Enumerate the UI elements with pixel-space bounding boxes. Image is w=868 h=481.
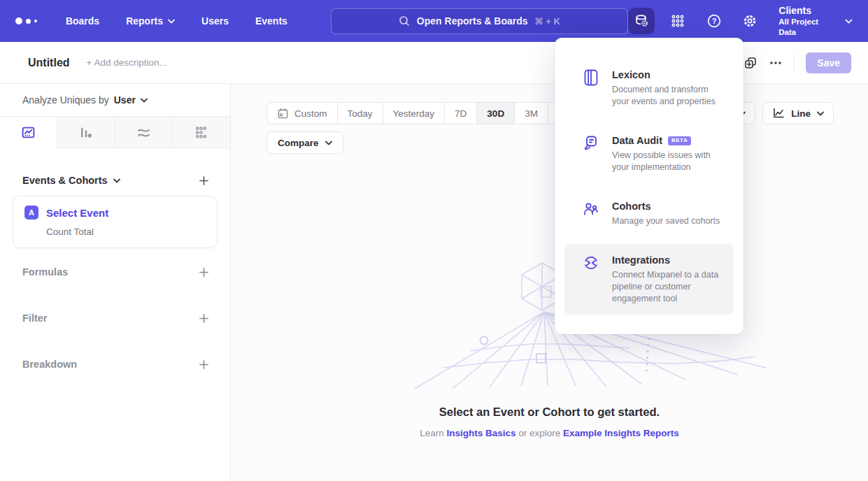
analyze-row: Analyze Uniques by User xyxy=(0,84,230,116)
nav-item-events[interactable]: Events xyxy=(255,15,287,27)
plus-icon xyxy=(199,359,209,370)
report-description-placeholder[interactable]: + Add description... xyxy=(87,57,167,68)
plus-icon xyxy=(199,175,209,186)
search-icon xyxy=(399,15,410,27)
chevron-down-icon xyxy=(325,141,332,145)
save-button[interactable]: Save xyxy=(806,52,851,73)
chevron-down-icon xyxy=(113,178,120,183)
lexicon-icon xyxy=(583,69,599,86)
tab-bar-chart[interactable] xyxy=(57,117,115,148)
compare-dropdown[interactable]: Compare xyxy=(266,131,343,154)
divider xyxy=(794,54,795,72)
integrations-icon xyxy=(583,254,599,271)
settings-button[interactable] xyxy=(737,8,763,34)
more-options-button[interactable] xyxy=(769,56,783,70)
mixpanel-logo-icon[interactable] xyxy=(15,17,48,24)
project-name: Clients xyxy=(778,5,838,17)
help-button[interactable]: ? xyxy=(701,8,727,34)
navbar-actions: ? Clients All Project Data xyxy=(628,5,853,37)
date-range-7d[interactable]: 7D xyxy=(445,103,477,124)
search-placeholder: Open Reports & Boards xyxy=(417,15,528,27)
nav-item-label: Events xyxy=(255,15,287,27)
project-scope: All Project Data xyxy=(778,17,838,37)
line-chart-icon xyxy=(772,107,785,120)
select-event-button[interactable]: Select Event xyxy=(46,207,108,219)
analyze-unit-dropdown[interactable]: User xyxy=(114,94,136,106)
date-range-30d[interactable]: 30D xyxy=(477,103,515,124)
nav-item-label: Boards xyxy=(66,15,99,27)
date-range-label: 30D xyxy=(487,108,504,119)
data-management-menu: Lexicon Document and transform your even… xyxy=(555,38,744,334)
nav-item-reports[interactable]: Reports xyxy=(126,15,175,27)
empty-state-title: Select an Event or Cohort to get started… xyxy=(231,405,868,419)
duplicate-report-button[interactable] xyxy=(744,56,757,70)
menu-item-description: Document and transform your events and p… xyxy=(612,84,725,108)
global-search-input[interactable]: Open Reports & Boards ⌘ + K xyxy=(331,8,628,34)
tab-insights-line[interactable] xyxy=(0,117,57,148)
chevron-down-icon xyxy=(845,19,853,24)
tab-flow-chart[interactable] xyxy=(115,117,173,148)
nav-item-boards[interactable]: Boards xyxy=(66,15,99,27)
events-section-header: Events & Cohorts xyxy=(0,175,230,186)
date-range-label: Today xyxy=(348,108,373,119)
svg-text:?: ? xyxy=(711,17,716,25)
line-chart-tab-icon xyxy=(21,125,36,140)
add-breakdown-button[interactable] xyxy=(199,359,209,370)
menu-item-description: View possible issues with your implement… xyxy=(612,150,725,173)
calendar-icon xyxy=(277,108,289,120)
date-range-label: Yesterday xyxy=(393,108,435,119)
report-header-actions: Save xyxy=(744,52,851,73)
menu-item-lexicon[interactable]: Lexicon Document and transform your even… xyxy=(564,59,734,117)
events-section-toggle[interactable]: Events & Cohorts xyxy=(22,175,120,186)
formulas-label: Formulas xyxy=(22,266,68,278)
insights-basics-link[interactable]: Insights Basics xyxy=(446,428,515,438)
chart-type-dropdown[interactable]: Line xyxy=(762,102,834,124)
date-range-3m[interactable]: 3M xyxy=(515,103,548,124)
ellipsis-icon xyxy=(769,56,783,70)
flow-tab-icon xyxy=(136,125,151,140)
primary-nav: Boards Reports Users Events xyxy=(66,15,287,27)
count-type-dropdown[interactable]: Count Total xyxy=(46,227,206,237)
event-letter-badge: A xyxy=(24,206,38,220)
nav-item-label: Reports xyxy=(126,15,163,27)
report-title[interactable]: Untitled xyxy=(28,57,70,69)
apps-grid-button[interactable] xyxy=(664,8,691,34)
plus-icon xyxy=(199,313,209,324)
tab-metric[interactable] xyxy=(173,117,230,148)
menu-item-description: Connect Mixpanel to a data pipeline or c… xyxy=(612,269,725,305)
date-range-custom[interactable]: Custom xyxy=(267,103,338,124)
formulas-row: Formulas xyxy=(0,266,230,278)
empty-state-subtitle: Learn Insights Basics or explore Example… xyxy=(231,428,868,438)
date-toolbar: Custom Today Yesterday 7D 30D 3M 6M Comp… xyxy=(266,102,582,154)
nav-item-label: Users xyxy=(201,15,229,27)
project-selector[interactable]: Clients All Project Data xyxy=(778,5,853,37)
nav-item-users[interactable]: Users xyxy=(201,15,229,27)
data-management-button[interactable] xyxy=(628,8,655,34)
add-event-button[interactable] xyxy=(199,175,209,186)
menu-item-cohorts[interactable]: Cohorts Manage your saved cohorts xyxy=(564,190,734,237)
chevron-down-icon[interactable] xyxy=(141,98,148,103)
chevron-down-icon xyxy=(817,111,824,116)
date-range-label: 7D xyxy=(455,108,467,119)
date-range-today[interactable]: Today xyxy=(338,103,383,124)
analyze-label: Analyze Uniques by xyxy=(22,94,109,106)
menu-item-integrations[interactable]: Integrations Connect Mixpanel to a data … xyxy=(564,244,734,315)
menu-item-title: Integrations xyxy=(612,254,670,266)
top-navbar: Boards Reports Users Events Open Reports… xyxy=(0,0,868,42)
data-audit-icon xyxy=(583,135,599,152)
help-icon: ? xyxy=(706,13,722,29)
add-formula-button[interactable] xyxy=(199,267,209,278)
date-range-yesterday[interactable]: Yesterday xyxy=(383,103,446,124)
chart-type-label: Line xyxy=(791,108,811,119)
menu-item-data-audit[interactable]: Data Audit BETA View possible issues wit… xyxy=(564,124,734,183)
cohorts-icon xyxy=(583,201,599,217)
empty-state-prefix: Learn xyxy=(420,428,444,438)
filter-label: Filter xyxy=(22,313,47,324)
add-filter-button[interactable] xyxy=(199,313,209,324)
query-builder-sidebar: Analyze Uniques by User xyxy=(0,84,231,481)
search-shortcut: ⌘ + K xyxy=(535,16,560,27)
menu-item-title: Data Audit xyxy=(612,134,662,147)
event-row-card[interactable]: A Select Event Count Total xyxy=(13,196,218,248)
example-reports-link[interactable]: Example Insights Reports xyxy=(563,428,679,438)
menu-item-title: Lexicon xyxy=(612,69,650,81)
